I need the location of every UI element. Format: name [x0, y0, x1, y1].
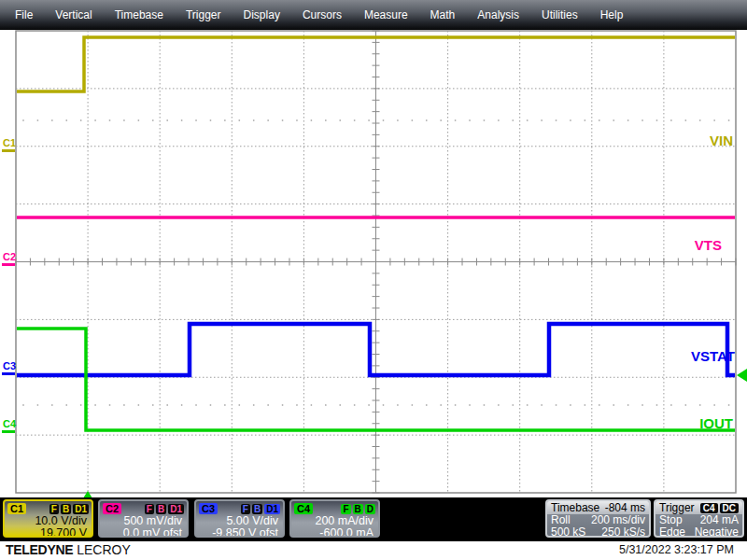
- minor-dot: [411, 119, 413, 121]
- minor-dot: [656, 404, 658, 406]
- minor-dot: [613, 404, 614, 406]
- zero-marker-label-c3[interactable]: C3: [3, 360, 16, 371]
- minor-dot: [527, 119, 529, 121]
- graticule: VINC1VTSC2VSTATC3IOUTC4: [0, 28, 747, 497]
- minor-dot: [210, 404, 212, 406]
- minor-dot: [599, 119, 600, 121]
- minor-dot: [728, 119, 730, 121]
- menu-item-help[interactable]: Help: [589, 6, 635, 24]
- minor-dot: [383, 119, 385, 121]
- badge-d1-c2: D1: [168, 504, 184, 514]
- minor-dot: [109, 119, 111, 121]
- badge-f-c4: F: [341, 504, 350, 514]
- minor-dot: [599, 404, 600, 406]
- minor-dot: [325, 404, 327, 406]
- minor-dot: [397, 404, 399, 406]
- badge-d1-c1: D1: [73, 504, 89, 514]
- teledyne-lecroy-logo: TELEDYNE LECROY: [6, 542, 131, 557]
- timebase-box[interactable]: Timebase -804 ms Roll 200 ms/div 500 kS …: [545, 499, 651, 538]
- menu-item-vertical[interactable]: Vertical: [44, 6, 103, 24]
- minor-dot: [109, 404, 111, 406]
- menu-item-analysis[interactable]: Analysis: [466, 6, 530, 24]
- minor-dot: [383, 404, 385, 406]
- timebase-rate: 250 kS/s: [601, 526, 645, 538]
- minor-dot: [94, 404, 96, 406]
- minor-dot: [426, 404, 428, 406]
- minor-dot: [541, 404, 543, 406]
- zero-marker-dash-c2[interactable]: [2, 263, 15, 266]
- channel-box-c3[interactable]: C3FBD15.00 V/div-9.850 V ofst: [194, 499, 285, 538]
- channel-box-c2[interactable]: C2FBD1500 mV/div0.0 mV ofst: [98, 499, 189, 538]
- minor-dot: [282, 404, 284, 406]
- channel-offset-c1: 19.700 V: [5, 527, 92, 538]
- channel-box-c4[interactable]: C4FBD200 mA/div-600.0 mA: [289, 499, 380, 538]
- minor-dot: [166, 404, 168, 406]
- menu-item-cursors[interactable]: Cursors: [291, 6, 353, 24]
- minor-dot: [440, 119, 442, 121]
- minor-dot: [325, 119, 327, 121]
- minor-dot: [684, 119, 686, 121]
- channel-chip-c2: C2: [103, 503, 121, 514]
- channel-chip-c4: C4: [294, 503, 313, 514]
- minor-dot: [613, 119, 614, 121]
- zero-marker-dash-c4[interactable]: [2, 430, 15, 433]
- minor-dot: [455, 119, 457, 121]
- menu-item-timebase[interactable]: Timebase: [104, 6, 175, 24]
- minor-dot: [570, 404, 571, 406]
- minor-dot: [123, 119, 125, 121]
- channel-chip-c3: C3: [199, 503, 218, 514]
- menu-item-measure[interactable]: Measure: [353, 6, 419, 24]
- minor-dot: [584, 404, 585, 406]
- minor-dot: [469, 119, 471, 121]
- channel-offset-c4: -600.0 mA: [291, 527, 378, 538]
- minor-dot: [253, 119, 255, 121]
- badge-b-c4: B: [353, 504, 363, 514]
- badge-b-c3: B: [252, 504, 262, 514]
- minor-dot: [65, 119, 67, 121]
- minor-dot: [512, 404, 514, 406]
- minor-dot: [22, 404, 24, 406]
- minor-dot: [484, 404, 486, 406]
- menu-item-math[interactable]: Math: [419, 6, 467, 24]
- badge-d1-c3: D1: [264, 504, 280, 514]
- channel-offset-c2: 0.0 mV ofst: [100, 527, 187, 538]
- minor-dot: [570, 119, 571, 121]
- minor-dot: [584, 119, 585, 121]
- minor-dot: [354, 404, 356, 406]
- trace-label-vin: VIN: [710, 133, 733, 148]
- menu-item-display[interactable]: Display: [233, 6, 291, 24]
- minor-dot: [282, 119, 284, 121]
- minor-dot: [556, 404, 557, 406]
- badge-f-c3: F: [241, 504, 250, 514]
- menu-item-utilities[interactable]: Utilities: [530, 6, 589, 24]
- minor-dot: [238, 404, 240, 406]
- minor-dot: [267, 119, 269, 121]
- menu-item-file[interactable]: File: [4, 6, 44, 24]
- minor-dot: [527, 404, 529, 406]
- badge-d-c4: D: [365, 504, 375, 514]
- minor-dot: [51, 404, 53, 406]
- badge-b-c1: B: [61, 504, 71, 514]
- zero-marker-dash-c1[interactable]: [2, 149, 15, 152]
- trigger-level-marker[interactable]: [737, 369, 747, 382]
- minor-dot: [670, 119, 672, 121]
- badge-f-c2: F: [145, 504, 154, 514]
- minor-dot: [224, 119, 226, 121]
- zero-marker-dash-c3[interactable]: [2, 372, 15, 375]
- channel-box-c1[interactable]: C1FBD110.0 V/div19.700 V: [3, 499, 93, 538]
- zero-marker-label-c2[interactable]: C2: [3, 251, 16, 262]
- minor-dot: [152, 404, 154, 406]
- minor-dot: [728, 404, 730, 406]
- zero-marker-label-c4[interactable]: C4: [3, 418, 17, 429]
- zero-marker-label-c1[interactable]: C1: [3, 137, 16, 148]
- trigger-box[interactable]: Trigger C4DC Stop 204 mA Edge Negative: [654, 499, 744, 538]
- timebase-delay: -804 ms: [605, 502, 645, 514]
- trigger-title: Trigger: [659, 502, 695, 514]
- minor-dot: [469, 404, 471, 406]
- menu-item-trigger[interactable]: Trigger: [175, 6, 233, 24]
- trace-label-iout: IOUT: [699, 415, 733, 431]
- minor-dot: [137, 119, 139, 121]
- minor-dot: [556, 119, 557, 121]
- minor-dot: [224, 404, 226, 406]
- minor-dot: [80, 119, 82, 121]
